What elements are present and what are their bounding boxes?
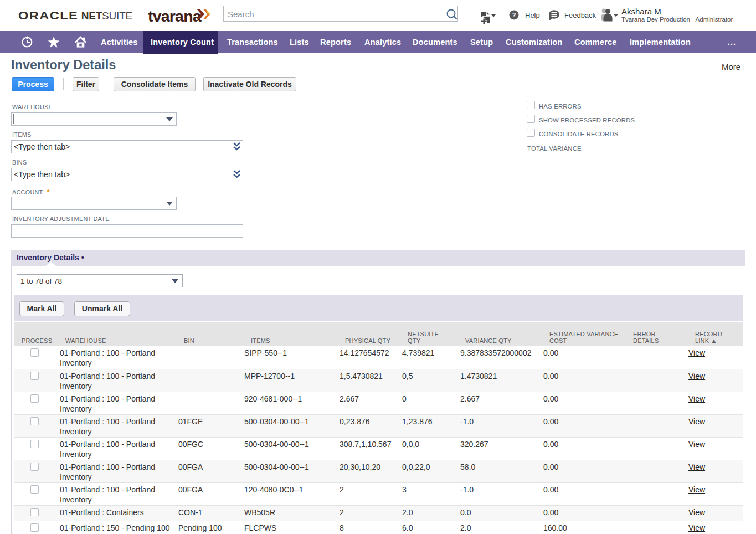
svg-text:?: ? [512,12,516,18]
